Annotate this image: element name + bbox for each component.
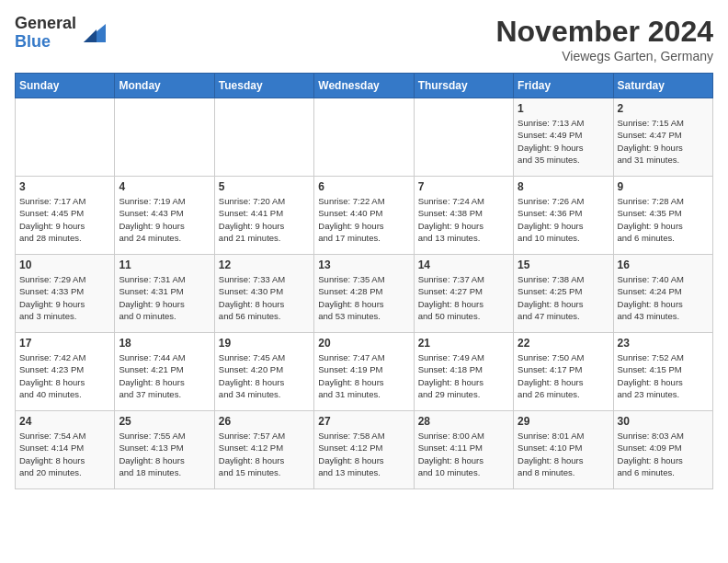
day-number: 21 [418, 337, 509, 350]
weekday-header-sunday: Sunday [16, 74, 115, 98]
day-info: Sunrise: 7:55 AM Sunset: 4:13 PM Dayligh… [119, 430, 210, 478]
day-info: Sunrise: 7:22 AM Sunset: 4:40 PM Dayligh… [318, 195, 409, 244]
day-info: Sunrise: 7:20 AM Sunset: 4:41 PM Dayligh… [219, 195, 310, 244]
calendar-table: SundayMondayTuesdayWednesdayThursdayFrid… [15, 73, 713, 489]
calendar-day-cell [115, 98, 214, 177]
day-number: 12 [219, 259, 310, 271]
calendar-day-cell: 25Sunrise: 7:55 AM Sunset: 4:13 PM Dayli… [115, 411, 214, 489]
day-number: 15 [518, 259, 609, 271]
weekday-header-tuesday: Tuesday [214, 74, 313, 98]
calendar-day-cell [214, 98, 313, 177]
calendar-day-cell: 9Sunrise: 7:28 AM Sunset: 4:35 PM Daylig… [613, 177, 712, 255]
day-info: Sunrise: 7:47 AM Sunset: 4:19 PM Dayligh… [318, 351, 409, 400]
calendar-week-row: 10Sunrise: 7:29 AM Sunset: 4:33 PM Dayli… [16, 255, 713, 333]
calendar-day-cell: 13Sunrise: 7:35 AM Sunset: 4:28 PM Dayli… [314, 255, 414, 333]
day-number: 25 [119, 415, 210, 428]
weekday-header-friday: Friday [514, 74, 613, 98]
day-info: Sunrise: 7:54 AM Sunset: 4:14 PM Dayligh… [19, 430, 110, 478]
calendar-day-cell: 1Sunrise: 7:13 AM Sunset: 4:49 PM Daylig… [514, 98, 613, 177]
calendar-day-cell: 14Sunrise: 7:37 AM Sunset: 4:27 PM Dayli… [414, 255, 513, 333]
day-info: Sunrise: 7:37 AM Sunset: 4:27 PM Dayligh… [418, 273, 509, 322]
day-number: 13 [318, 259, 409, 271]
calendar-day-cell: 17Sunrise: 7:42 AM Sunset: 4:23 PM Dayli… [16, 333, 115, 411]
day-info: Sunrise: 8:01 AM Sunset: 4:10 PM Dayligh… [518, 430, 609, 478]
day-number: 29 [518, 415, 609, 428]
day-info: Sunrise: 7:50 AM Sunset: 4:17 PM Dayligh… [518, 351, 609, 400]
calendar-day-cell: 28Sunrise: 8:00 AM Sunset: 4:11 PM Dayli… [414, 411, 513, 489]
svg-marker-1 [84, 29, 97, 42]
day-info: Sunrise: 7:17 AM Sunset: 4:45 PM Dayligh… [19, 195, 110, 244]
calendar-day-cell: 30Sunrise: 8:03 AM Sunset: 4:09 PM Dayli… [613, 411, 712, 489]
day-number: 11 [119, 259, 210, 271]
day-number: 22 [518, 337, 609, 350]
day-number: 1 [518, 102, 609, 115]
day-info: Sunrise: 7:29 AM Sunset: 4:33 PM Dayligh… [19, 273, 110, 322]
calendar-day-cell: 15Sunrise: 7:38 AM Sunset: 4:25 PM Dayli… [514, 255, 613, 333]
day-number: 24 [19, 415, 110, 428]
day-number: 4 [119, 180, 210, 193]
day-number: 23 [618, 337, 709, 350]
day-info: Sunrise: 7:24 AM Sunset: 4:38 PM Dayligh… [418, 195, 509, 244]
calendar-day-cell: 27Sunrise: 7:58 AM Sunset: 4:12 PM Dayli… [314, 411, 414, 489]
weekday-header-saturday: Saturday [613, 74, 712, 98]
day-info: Sunrise: 7:42 AM Sunset: 4:23 PM Dayligh… [19, 351, 110, 400]
calendar-day-cell [414, 98, 513, 177]
day-number: 2 [618, 102, 709, 115]
day-info: Sunrise: 7:28 AM Sunset: 4:35 PM Dayligh… [618, 195, 709, 244]
calendar-day-cell: 22Sunrise: 7:50 AM Sunset: 4:17 PM Dayli… [514, 333, 613, 411]
calendar-day-cell: 11Sunrise: 7:31 AM Sunset: 4:31 PM Dayli… [115, 255, 214, 333]
calendar-day-cell: 23Sunrise: 7:52 AM Sunset: 4:15 PM Dayli… [613, 333, 712, 411]
day-info: Sunrise: 7:38 AM Sunset: 4:25 PM Dayligh… [518, 273, 609, 322]
day-number: 28 [418, 415, 509, 428]
calendar-day-cell: 18Sunrise: 7:44 AM Sunset: 4:21 PM Dayli… [115, 333, 214, 411]
logo-blue: Blue [15, 32, 51, 51]
day-info: Sunrise: 7:45 AM Sunset: 4:20 PM Dayligh… [219, 351, 310, 400]
day-number: 17 [19, 337, 110, 350]
day-number: 26 [219, 415, 310, 428]
weekday-header-wednesday: Wednesday [314, 74, 414, 98]
calendar-day-cell: 26Sunrise: 7:57 AM Sunset: 4:12 PM Dayli… [214, 411, 313, 489]
day-number: 5 [219, 180, 310, 193]
day-info: Sunrise: 7:15 AM Sunset: 4:47 PM Dayligh… [618, 117, 709, 166]
weekday-header-thursday: Thursday [414, 74, 513, 98]
calendar-day-cell: 4Sunrise: 7:19 AM Sunset: 4:43 PM Daylig… [115, 177, 214, 255]
day-number: 19 [219, 337, 310, 350]
day-info: Sunrise: 7:19 AM Sunset: 4:43 PM Dayligh… [119, 195, 210, 244]
calendar-day-cell: 10Sunrise: 7:29 AM Sunset: 4:33 PM Dayli… [16, 255, 115, 333]
calendar-day-cell: 5Sunrise: 7:20 AM Sunset: 4:41 PM Daylig… [214, 177, 313, 255]
calendar-day-cell: 6Sunrise: 7:22 AM Sunset: 4:40 PM Daylig… [314, 177, 414, 255]
logo-general: General [15, 14, 76, 32]
title-block: November 2024 Viewegs Garten, Germany [495, 15, 713, 63]
day-info: Sunrise: 7:31 AM Sunset: 4:31 PM Dayligh… [119, 273, 210, 322]
calendar-day-cell [16, 98, 115, 177]
calendar-day-cell: 24Sunrise: 7:54 AM Sunset: 4:14 PM Dayli… [16, 411, 115, 489]
day-info: Sunrise: 7:40 AM Sunset: 4:24 PM Dayligh… [618, 273, 709, 322]
day-info: Sunrise: 7:49 AM Sunset: 4:18 PM Dayligh… [418, 351, 509, 400]
calendar-day-cell: 29Sunrise: 8:01 AM Sunset: 4:10 PM Dayli… [514, 411, 613, 489]
day-info: Sunrise: 7:57 AM Sunset: 4:12 PM Dayligh… [219, 430, 310, 478]
day-info: Sunrise: 7:13 AM Sunset: 4:49 PM Dayligh… [518, 117, 609, 166]
day-number: 20 [318, 337, 409, 350]
day-info: Sunrise: 8:00 AM Sunset: 4:11 PM Dayligh… [418, 430, 509, 478]
calendar-day-cell: 16Sunrise: 7:40 AM Sunset: 4:24 PM Dayli… [613, 255, 712, 333]
day-number: 9 [618, 180, 709, 193]
day-info: Sunrise: 7:33 AM Sunset: 4:30 PM Dayligh… [219, 273, 310, 322]
day-number: 16 [618, 259, 709, 271]
day-info: Sunrise: 7:44 AM Sunset: 4:21 PM Dayligh… [119, 351, 210, 400]
calendar-week-row: 3Sunrise: 7:17 AM Sunset: 4:45 PM Daylig… [16, 177, 713, 255]
logo-icon [80, 20, 106, 46]
day-info: Sunrise: 8:03 AM Sunset: 4:09 PM Dayligh… [618, 430, 709, 478]
day-number: 6 [318, 180, 409, 193]
day-info: Sunrise: 7:58 AM Sunset: 4:12 PM Dayligh… [318, 430, 409, 478]
calendar-day-cell: 21Sunrise: 7:49 AM Sunset: 4:18 PM Dayli… [414, 333, 513, 411]
calendar-day-cell: 12Sunrise: 7:33 AM Sunset: 4:30 PM Dayli… [214, 255, 313, 333]
calendar-week-row: 17Sunrise: 7:42 AM Sunset: 4:23 PM Dayli… [16, 333, 713, 411]
day-number: 14 [418, 259, 509, 271]
calendar-day-cell: 8Sunrise: 7:26 AM Sunset: 4:36 PM Daylig… [514, 177, 613, 255]
day-number: 27 [318, 415, 409, 428]
weekday-header-row: SundayMondayTuesdayWednesdayThursdayFrid… [16, 74, 713, 98]
page-header: General Blue November 2024 Viewegs Garte… [15, 15, 713, 63]
day-number: 8 [518, 180, 609, 193]
day-number: 3 [19, 180, 110, 193]
calendar-day-cell: 2Sunrise: 7:15 AM Sunset: 4:47 PM Daylig… [613, 98, 712, 177]
